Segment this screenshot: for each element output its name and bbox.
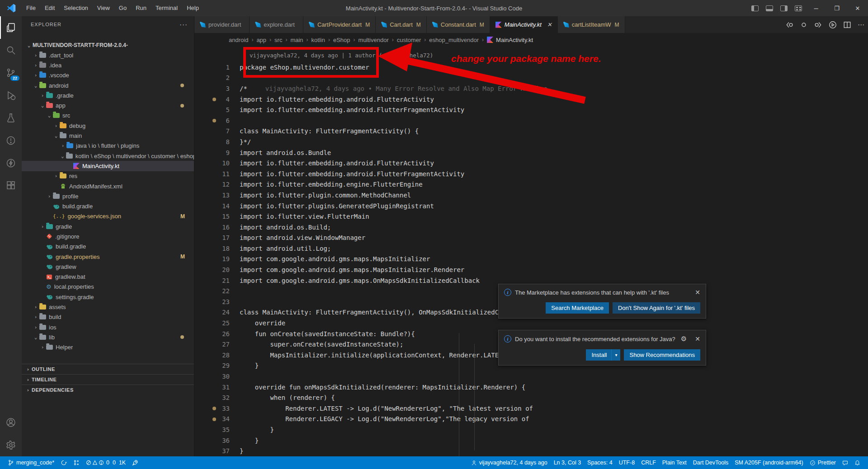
activity-extensions-icon[interactable] (0, 174, 22, 197)
status-utf-8[interactable]: UTF-8 (616, 456, 638, 469)
code-line-8[interactable]: 8}*/ (194, 136, 868, 147)
tree-item-main[interactable]: ⌄main (22, 131, 194, 141)
menu-go[interactable]: Go (114, 0, 131, 16)
breadcrumb-item[interactable]: android (229, 37, 248, 43)
breadcrumb-item[interactable]: kotlin (311, 37, 325, 43)
tab-explore.dart[interactable]: explore.dart (250, 16, 303, 33)
code-line-11[interactable]: 11import io.flutter.embedding.android.Fl… (194, 169, 868, 179)
explorer-root-folder[interactable]: ⌄ MULTIVENDOR-STARTT-FROM-2.0.4- (22, 40, 194, 50)
tab-cartprovider.dart[interactable]: CartProvider.dartM (303, 16, 376, 33)
section-outline[interactable]: ›OUTLINE (22, 364, 194, 374)
code-line-5[interactable]: 5import io.flutter.embedding.android.Flu… (194, 104, 868, 115)
status-layers[interactable] (70, 456, 83, 469)
close-button[interactable]: ✕ (847, 0, 868, 16)
tree-item-build.gradle[interactable]: build.gradle (22, 201, 194, 211)
install-button[interactable]: Install (586, 349, 611, 361)
code-line-32[interactable]: 32 when (renderer) { (194, 392, 868, 403)
tab-constant.dart[interactable]: Constant.dartM (427, 16, 490, 33)
tree-item-settings.gradle[interactable]: settings.gradle (22, 292, 194, 302)
status-sm-a205f-android-arm64-[interactable]: SM A205F (android-arm64) (731, 456, 806, 469)
code-line-20[interactable]: 20import com.google.android.gms.maps.Map… (194, 264, 868, 275)
status-0-0-1k[interactable]: 0 0 1K (83, 456, 129, 469)
close-icon[interactable]: ✕ (695, 289, 700, 296)
menu-edit[interactable]: Edit (40, 0, 59, 16)
close-tab-icon[interactable]: ✕ (547, 21, 552, 28)
close-icon[interactable]: ✕ (695, 335, 700, 342)
code-line-16[interactable]: 16import android.os.Build; (194, 222, 868, 233)
breadcrumb-item[interactable]: multivendor (359, 37, 389, 43)
gear-icon[interactable]: ⚙ (681, 335, 687, 343)
activity-account-icon[interactable] (0, 411, 22, 434)
menu-terminal[interactable]: Terminal (151, 0, 182, 16)
tree-item-java-io-flutter-plugins[interactable]: ›java \ io \ flutter \ plugins (22, 141, 194, 151)
tree-item-local.properties[interactable]: ⚙local.properties (22, 282, 194, 292)
section-timeline[interactable]: ›TIMELINE (22, 374, 194, 385)
tree-item-ios[interactable]: ›ios (22, 322, 194, 332)
navigate-forward-icon[interactable] (814, 21, 822, 29)
code-line-7[interactable]: 7class MainActivity: FlutterFragmentActi… (194, 126, 868, 137)
minimize-button[interactable]: ─ (806, 0, 826, 16)
activity-source-control-icon[interactable]: 22 (0, 61, 22, 84)
code-line-37[interactable]: 37} (194, 446, 868, 456)
tree-item-src[interactable]: ⌄src (22, 111, 194, 121)
code-line-10[interactable]: 10import io.flutter.embedding.android.Fl… (194, 158, 868, 169)
code-line-30[interactable]: 30 (194, 371, 868, 382)
show-recommendations-button[interactable]: Show Recommendations (624, 349, 700, 361)
code-line-17[interactable]: 17import android.view.WindowManager (194, 233, 868, 244)
code-line-14[interactable]: 14import io.flutter.plugins.GeneratedPlu… (194, 201, 868, 211)
split-editor-icon[interactable] (843, 21, 851, 29)
tab-mainactivity.kt[interactable]: MainActivity.kt✕ (490, 16, 558, 33)
code-line-15[interactable]: 15import io.flutter.view.FlutterMain (194, 211, 868, 222)
tree-item-gradle[interactable]: ›gradle (22, 221, 194, 231)
activity-explorer-icon[interactable] (0, 16, 22, 39)
code-line-4[interactable]: 4import io.flutter.embedding.android.Flu… (194, 94, 868, 105)
menu-run[interactable]: Run (131, 0, 151, 16)
code-line-3[interactable]: 3/*vijayvaghela72, 4 days ago • Many Err… (194, 83, 868, 94)
tree-item-gradle.properties[interactable]: gradle.propertiesM (22, 252, 194, 262)
tab-cartlistiteamw[interactable]: cartListIteamWM (558, 16, 625, 33)
breadcrumb-item[interactable]: main (290, 37, 303, 43)
code-line-36[interactable]: 36 } (194, 435, 868, 446)
status-prettier[interactable]: Prettier (807, 456, 839, 469)
status-merging-code-[interactable]: merging_code* (5, 456, 57, 469)
code-line-9[interactable]: 9import android.os.Bundle (194, 147, 868, 158)
install-dropdown-chevron-icon[interactable]: ▾ (611, 349, 620, 361)
status-bell[interactable] (851, 456, 863, 469)
toggle-sidebar-icon[interactable] (751, 5, 759, 11)
tree-item-.gitignore[interactable]: .gitignore (22, 231, 194, 241)
activity-testing-icon[interactable] (0, 107, 22, 129)
tree-item-profile[interactable]: ›profile (22, 191, 194, 201)
status-sync[interactable] (57, 456, 70, 469)
tab-cart.dart[interactable]: Cart.dartM (376, 16, 427, 33)
menu-help[interactable]: Help (182, 0, 203, 16)
tree-item-res[interactable]: ›res (22, 171, 194, 181)
breadcrumb-item[interactable]: eShop (333, 37, 350, 43)
tree-item-kotlin-eshop-multivendor-customer-eshop-...[interactable]: ⌄kotlin \ eShop \ multivendor \ customer… (22, 151, 194, 161)
navigate-back-icon[interactable] (785, 21, 793, 29)
breadcrumb-item[interactable]: app (256, 37, 266, 43)
run-icon[interactable] (829, 21, 837, 29)
explorer-more-actions-icon[interactable]: ··· (179, 20, 188, 28)
tree-item-google-services.json[interactable]: {..}google-services.jsonM (22, 211, 194, 221)
tree-item-debug[interactable]: ›debug (22, 121, 194, 131)
tree-item-gradlew[interactable]: gradlew (22, 262, 194, 272)
tree-item-.idea[interactable]: ›.idea (22, 60, 194, 70)
status-dart-devtools[interactable]: Dart DevTools (690, 456, 732, 469)
tree-item-.gradle[interactable]: ›.gradle (22, 90, 194, 100)
menu-view[interactable]: View (93, 0, 114, 16)
status-rocket[interactable] (129, 456, 142, 469)
tree-item-app[interactable]: ⌄app (22, 100, 194, 110)
toggle-secondary-sidebar-icon[interactable] (780, 5, 788, 11)
tree-item-androidmanifest.xml[interactable]: AndroidManifest.xml (22, 181, 194, 191)
code-line-2[interactable]: 2 (194, 73, 868, 84)
menu-selection[interactable]: Selection (59, 0, 92, 16)
tree-item-assets[interactable]: ›assets (22, 302, 194, 312)
code-line-35[interactable]: 35 } (194, 424, 868, 435)
tree-item-build.gradle[interactable]: build.gradle (22, 242, 194, 252)
customize-layout-icon[interactable] (795, 5, 802, 11)
menu-file[interactable]: File (22, 0, 40, 16)
code-line-31[interactable]: 31 override fun onMapsSdkInitialized(ren… (194, 382, 868, 393)
code-editor[interactable]: vijayvaghela72, 4 days ago | 1 author (v… (194, 47, 868, 456)
tree-item-lib[interactable]: ⌄lib (22, 332, 194, 342)
code-line-25[interactable]: 25 override (194, 318, 868, 328)
